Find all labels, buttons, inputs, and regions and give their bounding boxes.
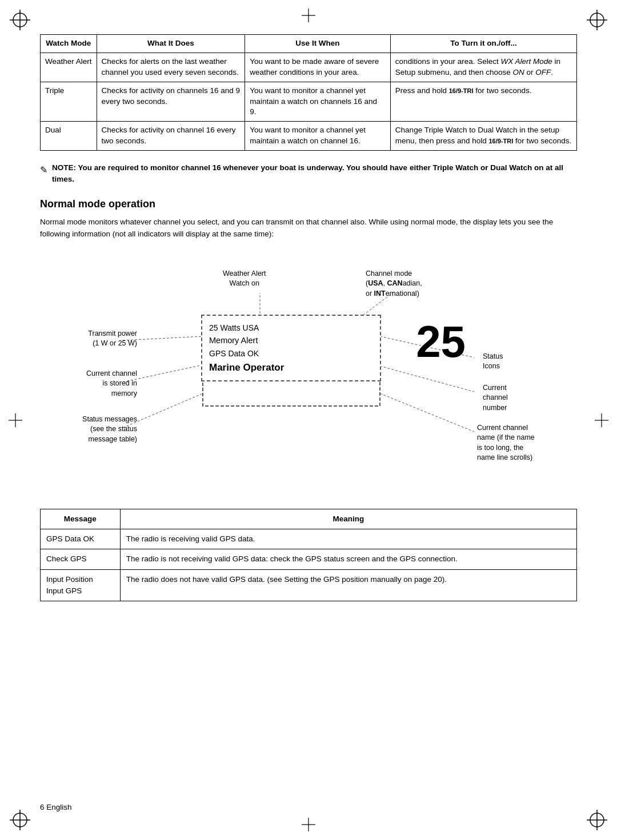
mid-mark-top xyxy=(302,9,315,22)
message-meaning-table: Message Meaning GPS Data OK The radio is… xyxy=(40,509,577,601)
label-status-icons: StatusIcons xyxy=(483,352,571,372)
watch-mode-table: Watch Mode What It Does Use It When To T… xyxy=(40,34,577,151)
message-input-position: Input PositionInput GPS xyxy=(41,569,121,601)
corner-mark-tr xyxy=(586,9,608,31)
label-transmit-power: Transmit power(1 W or 25 W) xyxy=(46,329,137,349)
message-check-gps: Check GPS xyxy=(41,549,121,569)
device-line-3: GPS Data OK xyxy=(209,347,346,360)
does-weather-alert: Checks for alerts on the last weather ch… xyxy=(97,53,245,82)
section-body: Normal mode monitors whatever channel yo… xyxy=(40,216,577,240)
message-gps-data-ok: GPS Data OK xyxy=(41,529,121,549)
device-display: 25 Watts USA Memory Alert GPS Data OK Ma… xyxy=(201,315,381,381)
diagram-container: Weather AlertWatch on Channel mode(USA, … xyxy=(40,252,577,492)
page-footer: 6 English xyxy=(40,803,72,811)
note-icon: ✎ xyxy=(40,163,47,177)
note-block: ✎ NOTE: You are required to monitor chan… xyxy=(40,162,577,186)
svg-line-28 xyxy=(380,393,474,432)
col-header-meaning: Meaning xyxy=(120,509,576,529)
page: Watch Mode What It Does Use It When To T… xyxy=(0,0,617,840)
note-text: NOTE: You are required to monitor channe… xyxy=(52,162,577,186)
corner-mark-bl xyxy=(9,809,31,831)
col-header-use-it-when: Use It When xyxy=(245,35,391,53)
table-row: Dual Checks for activity on channel 16 e… xyxy=(41,122,577,151)
does-dual: Checks for activity on channel 16 every … xyxy=(97,122,245,151)
turn-dual: Change Triple Watch to Dual Watch in the… xyxy=(390,122,576,151)
when-dual: You want to monitor a channel yet mainta… xyxy=(245,122,391,151)
col-header-what-it-does: What It Does xyxy=(97,35,245,53)
label-channel-mode: Channel mode(USA, CANadian,or INTernatio… xyxy=(366,269,422,299)
meaning-check-gps: The radio is not receiving valid GPS dat… xyxy=(120,549,576,569)
mid-mark-left xyxy=(9,413,22,427)
label-status-messages: Status messages(see the statusmessage ta… xyxy=(46,415,137,445)
when-weather-alert: You want to be made aware of severe weat… xyxy=(245,53,391,82)
label-current-channel-name: Current channelname (if the nameis too l… xyxy=(477,423,571,463)
col-header-turn-on-off: To Turn it on./off... xyxy=(390,35,576,53)
mid-mark-right xyxy=(595,413,608,427)
table-row: Weather Alert Checks for alerts on the l… xyxy=(41,53,577,82)
does-triple: Checks for activity on channels 16 and 9… xyxy=(97,82,245,122)
turn-weather-alert: conditions in your area. Select WX Alert… xyxy=(390,53,576,82)
footer-text: 6 English xyxy=(40,803,72,811)
mode-triple: Triple xyxy=(41,82,97,122)
label-current-channel-memory: Current channelis stored inmemory xyxy=(46,369,137,399)
svg-line-27 xyxy=(380,366,474,392)
table-row: Triple Checks for activity on channels 1… xyxy=(41,82,577,122)
col-header-message: Message xyxy=(41,509,121,529)
mode-dual: Dual xyxy=(41,122,97,151)
col-header-watch-mode: Watch Mode xyxy=(41,35,97,53)
device-line-1: 25 Watts USA xyxy=(209,321,346,334)
when-triple: You want to monitor a channel yet mainta… xyxy=(245,82,391,122)
device-line-2: Memory Alert xyxy=(209,334,346,347)
corner-mark-tl xyxy=(9,9,31,31)
mode-weather-alert: Weather Alert xyxy=(41,53,97,82)
channel-number-display: 25 xyxy=(416,319,466,364)
meaning-input-position: The radio does not have valid GPS data. … xyxy=(120,569,576,601)
table-row: GPS Data OK The radio is receiving valid… xyxy=(41,529,577,549)
meaning-gps-data-ok: The radio is receiving valid GPS data. xyxy=(120,529,576,549)
label-current-channel-num: Currentchannelnumber xyxy=(483,383,571,413)
table-row: Check GPS The radio is not receiving val… xyxy=(41,549,577,569)
turn-triple: Press and hold 16/9-TRI for two seconds. xyxy=(390,82,576,122)
table-row: Input PositionInput GPS The radio does n… xyxy=(41,569,577,601)
section-title: Normal mode operation xyxy=(40,198,577,210)
corner-mark-br xyxy=(586,809,608,831)
device-line-4: Marine Operator xyxy=(209,360,346,375)
label-weather-alert-watch: Weather AlertWatch on xyxy=(223,269,266,289)
mid-mark-bottom xyxy=(302,818,315,831)
